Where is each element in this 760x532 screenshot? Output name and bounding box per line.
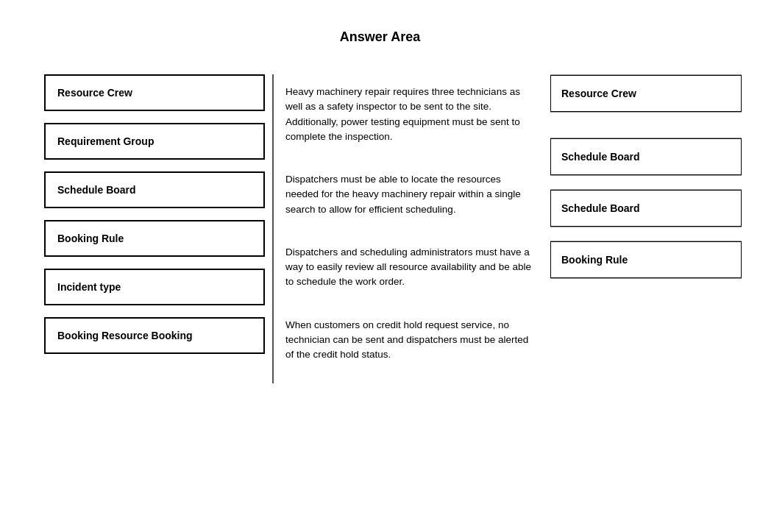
page-container: Answer Area Resource Crew Requirement Gr… <box>0 0 760 532</box>
option-booking-rule[interactable]: Booking Rule <box>44 220 265 257</box>
scenarios-column: Heavy machinery repair requires three te… <box>285 74 543 380</box>
spacer-3 <box>550 227 742 241</box>
answer-box-1[interactable]: Resource Crew <box>550 75 742 112</box>
middle-column: Heavy machinery repair requires three te… <box>272 74 543 383</box>
scenario-2: Dispatchers must be able to locate the r… <box>285 162 543 235</box>
vertical-divider <box>272 74 274 383</box>
option-schedule-board[interactable]: Schedule Board <box>44 171 265 208</box>
answer-slot-3: Schedule Board <box>550 190 742 227</box>
answer-box-4[interactable]: Booking Rule <box>550 241 742 278</box>
left-column: Resource Crew Requirement Group Schedule… <box>44 74 265 354</box>
answer-slot-1: Resource Crew <box>550 75 742 112</box>
answer-slot-4: Booking Rule <box>550 241 742 278</box>
option-incident-type[interactable]: Incident type <box>44 269 265 305</box>
answer-box-3[interactable]: Schedule Board <box>550 190 742 227</box>
scenario-4: When customers on credit hold request se… <box>285 308 543 380</box>
page-title: Answer Area <box>22 29 738 45</box>
option-resource-crew[interactable]: Resource Crew <box>44 74 265 111</box>
answer-slot-2: Schedule Board <box>550 138 742 175</box>
scenario-3: Dispatchers and scheduling administrator… <box>285 235 543 308</box>
right-column: Resource Crew Schedule Board Schedule Bo… <box>550 74 742 279</box>
spacer-2 <box>550 176 742 189</box>
option-requirement-group[interactable]: Requirement Group <box>44 123 265 160</box>
divider-7 <box>550 278 742 279</box>
main-layout: Resource Crew Requirement Group Schedule… <box>44 74 738 383</box>
answer-box-2[interactable]: Schedule Board <box>550 138 742 175</box>
scenario-1: Heavy machinery repair requires three te… <box>285 74 543 162</box>
option-booking-resource-booking[interactable]: Booking Resource Booking <box>44 317 265 354</box>
spacer-1 <box>550 113 742 138</box>
